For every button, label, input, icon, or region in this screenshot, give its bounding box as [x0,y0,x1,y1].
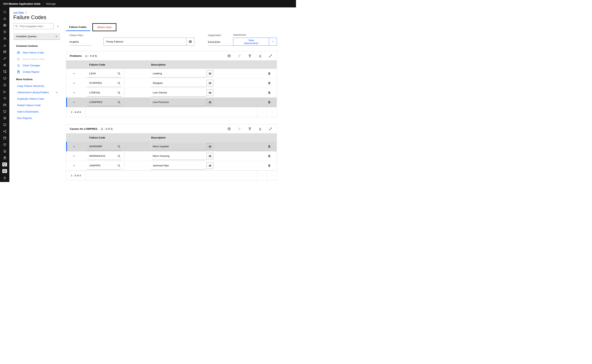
attachment-library-folders-link[interactable]: Attachment Library/Folders [13,89,60,96]
description-field[interactable]: Low Pressure [151,98,206,106]
row-expand-button[interactable] [71,144,77,149]
filter-button[interactable] [248,127,252,131]
toolbox-icon[interactable] [0,101,9,108]
next-page-button[interactable] [267,171,277,180]
long-description-button[interactable] [206,89,213,96]
collapse-panel-button[interactable] [268,127,272,131]
description-field[interactable]: Leaking [151,70,206,78]
lookup-button[interactable] [117,72,120,75]
row-expand-button[interactable] [71,153,77,159]
breadcrumb-list-view-link[interactable]: List View [13,11,24,14]
copy-failure-hierarchy-link[interactable]: Copy Failure Hierarchy [13,83,60,89]
organization-field[interactable]: EAGLENA [208,41,233,46]
tab-where-used[interactable]: Where Used [92,23,116,31]
lookup-button[interactable] [117,82,120,85]
cluster-icon[interactable] [0,62,9,68]
view-attachments-menu-button[interactable] [269,38,277,46]
bar-chart-icon[interactable] [0,42,9,48]
available-queries-dropdown[interactable]: Available Queries [13,33,60,40]
layers-icon[interactable] [0,115,9,121]
nav-search-input[interactable] [20,25,52,28]
lookup-button[interactable] [117,101,120,104]
failure-code-field[interactable]: LOWPRES [89,101,102,104]
search-icon[interactable] [0,9,9,15]
clear-filter-button[interactable] [237,127,241,131]
add-to-bookmarks-link[interactable]: Add to Bookmarks [13,109,60,115]
failure-class-description-input[interactable] [103,38,186,46]
workflow-icon[interactable] [0,68,9,75]
description-field[interactable]: Stopped [151,79,206,87]
lookup-button[interactable] [117,164,120,167]
delete-row-button[interactable] [266,90,272,95]
delete-row-button[interactable] [266,80,272,86]
line-chart-icon[interactable] [0,88,9,95]
previous-page-button[interactable] [257,107,267,117]
long-description-button[interactable] [206,162,213,169]
long-description-button[interactable] [206,153,213,159]
recent-icon[interactable] [0,28,9,35]
row-expand-button[interactable] [71,90,77,95]
failure-code-field[interactable]: JAMPIPE [89,164,100,167]
next-page-button[interactable] [267,107,277,117]
cards-icon[interactable] [0,48,9,55]
delete-failure-code-link[interactable]: Delete Failure Code [13,102,60,109]
terminal-icon[interactable] [0,161,9,168]
home-icon[interactable] [0,15,9,22]
delete-row-button[interactable] [266,99,272,105]
description-field[interactable]: Worn Impeller [151,143,206,150]
run-reports-link[interactable]: Run Reports [13,115,60,121]
row-expand-button[interactable] [71,71,77,76]
network-icon[interactable] [0,128,9,135]
clear-changes-button[interactable]: Clear Changes [13,62,60,69]
gear-icon[interactable] [0,95,9,101]
monitor-icon[interactable] [0,75,9,82]
console-icon[interactable] [0,168,9,174]
add-row-button[interactable] [227,54,231,58]
app-switcher-manage[interactable]: Manage [46,2,56,5]
long-description-button[interactable] [206,80,213,86]
failure-code-field[interactable]: LEAK [89,72,96,75]
failure-code-field[interactable]: WORNHOUS [89,155,105,157]
description-field[interactable]: Low Volume [151,89,206,97]
delete-row-button[interactable] [266,71,272,76]
lookup-button[interactable] [117,91,120,94]
delete-row-button[interactable] [266,153,272,159]
calendar-icon[interactable] [0,135,9,141]
delete-row-button[interactable] [266,163,272,168]
create-report-button[interactable]: Create Report [13,69,60,75]
screen-icon[interactable] [0,121,9,128]
row-expand-button[interactable] [71,99,77,105]
tab-failure-codes[interactable]: Failure Codes [66,23,90,31]
duplicate-failure-code-link[interactable]: Duplicate Failure Code [13,96,60,102]
export-button[interactable] [258,127,262,131]
add-row-button[interactable] [227,127,231,131]
lookup-button[interactable] [117,145,120,148]
failure-code-field[interactable]: WORNIMP [89,145,102,148]
failure-code-field[interactable]: LOWVOL [89,91,100,94]
filter-button[interactable] [248,54,252,58]
lookup-button[interactable] [117,155,120,158]
collapse-panel-button[interactable] [268,54,272,58]
shield-check-icon[interactable] [0,141,9,148]
long-description-button[interactable] [206,143,213,150]
long-description-button[interactable] [206,99,213,105]
app-grid-icon[interactable] [0,22,9,28]
description-field[interactable]: Jammed Pipe [151,162,206,169]
description-field[interactable]: Worn Housing [151,152,206,160]
failure-code-field[interactable]: STOPPED [89,82,102,84]
people-icon[interactable] [0,35,9,42]
new-failure-code-button[interactable]: New Failure Code [13,49,60,56]
delete-row-button[interactable] [266,144,272,149]
previous-page-button[interactable] [257,171,267,180]
clipboard-icon[interactable] [0,155,9,161]
long-description-button[interactable] [186,38,194,46]
row-expand-button[interactable] [71,80,77,86]
clear-filter-button[interactable] [237,54,241,58]
document-icon[interactable] [0,148,9,155]
nav-collapse-button[interactable] [55,24,60,29]
lock-icon[interactable] [0,174,9,181]
task-check-icon[interactable] [0,82,9,88]
row-expand-button[interactable] [71,163,77,168]
export-button[interactable] [258,54,262,58]
devices-icon[interactable] [0,108,9,115]
